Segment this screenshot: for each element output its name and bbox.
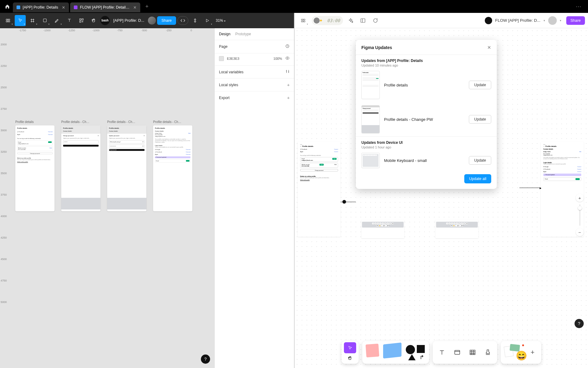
document-title[interactable]: [APP] Profile: D... xyxy=(113,18,144,23)
arrow-head-icon: ▸ xyxy=(540,186,541,190)
frame-tool[interactable]: ▾ xyxy=(27,15,38,26)
page-options-icon[interactable] xyxy=(285,44,290,49)
layout-icon[interactable] xyxy=(358,16,368,25)
frame-thumbnail[interactable]: Profile details - Ch… Profile details Co… xyxy=(61,120,100,211)
tab-prototype[interactable]: Prototype xyxy=(235,32,251,36)
svg-rect-13 xyxy=(303,19,305,20)
hand-tool[interactable] xyxy=(88,15,99,26)
close-icon[interactable]: ✕ xyxy=(62,5,65,10)
move-tool[interactable]: ▾ xyxy=(15,15,26,26)
resources-button[interactable] xyxy=(76,15,87,26)
more-tools-button[interactable]: + xyxy=(528,347,537,357)
tab-figma-design[interactable]: [APP] Profile: Details ✕ xyxy=(13,2,69,12)
figjam-canvas[interactable]: 9:41 ← Profile details ⓕ FacebookConnect… xyxy=(295,28,588,368)
page-section-label: Page xyxy=(219,44,228,49)
update-thumbnail[interactable]: Change password xyxy=(361,105,380,133)
brand-badge xyxy=(485,17,492,24)
frame-thumbnail[interactable]: Profile details Profile details ⓕ Facebo… xyxy=(15,120,55,211)
update-thumbnail[interactable]: Profile details xyxy=(361,71,380,99)
pen-tool[interactable]: ▾ xyxy=(51,15,62,26)
zoom-out-button[interactable]: − xyxy=(576,228,584,236)
stamp-tool[interactable] xyxy=(482,347,493,358)
table-tool[interactable] xyxy=(467,347,478,358)
canvas-frame[interactable]: ⇧zxcvbnm⌫123😊spacereturn xyxy=(435,220,478,238)
update-button[interactable]: Update xyxy=(469,156,491,165)
frame-label: Profile details - Ch… xyxy=(61,120,100,124)
prototype-connection xyxy=(341,202,356,202)
sticky-note-tool[interactable] xyxy=(383,343,401,358)
variables-settings-icon[interactable] xyxy=(285,69,290,75)
frame-thumbnail[interactable]: Profile details - Ch… Profile details Co… xyxy=(153,120,192,211)
help-button[interactable]: ? xyxy=(575,319,584,328)
update-button[interactable]: Update xyxy=(469,115,491,124)
comment-icon[interactable] xyxy=(371,16,380,25)
zoom-level[interactable]: 31% ▾ xyxy=(216,18,225,23)
svg-rect-4 xyxy=(43,19,46,22)
text-tool[interactable] xyxy=(64,15,75,26)
background-hex[interactable]: E3E3E3 xyxy=(227,57,239,60)
component-insert-button[interactable] xyxy=(190,15,201,26)
main-menu-button[interactable]: ▾ xyxy=(2,15,13,26)
svg-rect-15 xyxy=(303,21,305,22)
zoom-slider[interactable] xyxy=(579,204,580,226)
chevron-down-icon[interactable]: ▾ xyxy=(544,19,545,22)
widgets-button[interactable]: 😄 xyxy=(504,344,526,360)
update-item: Change password Profile details - Change… xyxy=(356,102,497,136)
zoom-in-button[interactable]: + xyxy=(576,194,584,202)
design-canvas[interactable]: -1750 -1500 -1250 -1000 -750 -500 -250 0… xyxy=(0,28,214,368)
visibility-icon[interactable] xyxy=(285,56,290,61)
text-tool[interactable] xyxy=(436,347,447,358)
tab-figjam[interactable]: FLOW [APP] Profile: Detail… ✕ xyxy=(70,2,140,12)
background-swatch[interactable] xyxy=(219,56,224,61)
svg-point-11 xyxy=(288,72,289,72)
update-button[interactable]: Update xyxy=(469,81,491,89)
svg-point-9 xyxy=(287,58,288,59)
update-name: Mobile Keyboard - small xyxy=(384,158,465,163)
canvas-frame[interactable]: ⇧zxcvbnm⌫123😊spacereturn xyxy=(361,220,404,238)
popup-title: Figma Updates xyxy=(361,45,392,50)
select-tool[interactable] xyxy=(344,342,356,353)
canvas-frame[interactable]: 9:41 ← Profile details ⓕ FacebookConnect… xyxy=(298,142,341,237)
tab-design[interactable]: Design xyxy=(219,32,230,36)
app-menu-button[interactable]: ⋯ xyxy=(576,3,586,10)
new-tab-button[interactable]: + xyxy=(143,2,151,11)
collaborator-avatar[interactable] xyxy=(148,17,156,25)
share-button[interactable]: Share xyxy=(566,16,585,25)
timer-value: 03:00 xyxy=(327,18,340,23)
close-icon[interactable]: ✕ xyxy=(133,5,137,10)
document-title[interactable]: FLOW [APP] Profile: D... xyxy=(495,18,541,23)
update-thumbnail[interactable] xyxy=(361,153,380,168)
star-icon: ✦ xyxy=(319,17,325,24)
svg-rect-14 xyxy=(301,21,303,22)
close-icon[interactable]: ✕ xyxy=(487,45,491,50)
add-export-icon[interactable]: + xyxy=(287,95,290,100)
updates-group-subtitle: Updated 10 minutes ago xyxy=(361,63,491,67)
help-button[interactable]: ? xyxy=(201,355,210,364)
hand-tool[interactable] xyxy=(344,354,356,362)
tab-label: FLOW [APP] Profile: Detail… xyxy=(80,5,130,10)
chevron-down-icon[interactable]: ▾ xyxy=(560,19,561,22)
background-opacity[interactable]: 100% xyxy=(273,57,282,60)
present-button[interactable]: ▾ xyxy=(202,15,213,26)
user-avatar[interactable] xyxy=(548,16,557,25)
shapes-tool[interactable]: ↱ xyxy=(406,344,425,360)
design-panel: Design Prototype Page E3E3E3 100% Local … xyxy=(214,28,294,368)
frame-thumbnail[interactable]: Profile details - Ch… Profile details Co… xyxy=(107,120,146,211)
frame-label: Profile details - Ch… xyxy=(153,120,192,124)
share-button[interactable]: Share xyxy=(157,16,176,25)
square-icon xyxy=(417,345,425,353)
frame-label: Profile details - Ch… xyxy=(107,120,146,124)
shape-tool[interactable]: ▾ xyxy=(39,15,50,26)
update-all-button[interactable]: Update all xyxy=(464,174,491,183)
timer-widget[interactable]: ✦ 03:00 xyxy=(312,16,343,25)
add-style-icon[interactable]: + xyxy=(287,82,290,87)
home-button[interactable] xyxy=(2,2,12,11)
marker-tool[interactable] xyxy=(366,344,379,358)
svg-rect-16 xyxy=(361,19,365,22)
ai-sparkle-icon[interactable] xyxy=(346,16,355,25)
section-tool[interactable] xyxy=(452,347,463,358)
dev-mode-toggle[interactable] xyxy=(177,16,188,25)
notification-dot-icon xyxy=(522,344,525,347)
main-menu-button[interactable]: ▾ xyxy=(298,15,309,26)
zoom-controls: + − xyxy=(576,194,584,236)
